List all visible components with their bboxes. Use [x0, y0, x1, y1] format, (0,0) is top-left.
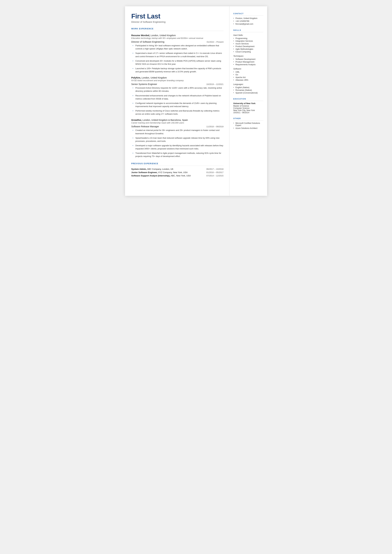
job-2-bullet-1: Processed Active Directory requests for … — [133, 86, 224, 93]
hard-skills-list: Programming Integration Services Azure S… — [233, 37, 263, 53]
job-1-bullets: Participated in hiring 30+ lead software… — [131, 44, 224, 73]
skill-azure-services: Azure Services — [233, 42, 263, 45]
job-1-role: Director of Software Engineering — [131, 41, 165, 43]
job-2-bullet-2: Recommended enhancements and changes to … — [133, 94, 224, 100]
edu-school: University of New York — [233, 102, 263, 105]
job-1-bullet-2: Supervised a team of 17+ senior software… — [133, 52, 224, 58]
prev-exp-3-dates: 07/2014 – 12/2015 — [191, 174, 223, 177]
job-2-bullets: Processed Active Directory requests for … — [131, 86, 224, 116]
language-english: English (Native) — [233, 86, 263, 89]
name-section: First Last Director of Software Engineer… — [131, 13, 224, 23]
other-item-1: Microsoft Certified Solutions Expert — [233, 122, 263, 127]
contact-list: Preston, United Kingdom +44 123456789 fi… — [233, 17, 263, 25]
job-2-bullet-3: Configured network topologies to accommo… — [133, 102, 224, 108]
job-3-bullet-3: Developed a major software upgrade by id… — [133, 144, 224, 150]
software-list: UML Go Apache Ant Atlassian JIRA — [233, 70, 263, 81]
job-3-title-row: Software Release Manager 11/2018 – 09/20… — [131, 125, 224, 128]
skill-cloud-computing: Cloud Computing — [233, 50, 263, 53]
prev-exp-row-3: Software Support Analyst (Internship), A… — [131, 174, 224, 177]
job-1-company: Resume Worded, London, United Kingdom — [131, 34, 224, 37]
job-3-role: Software Release Manager — [131, 125, 159, 128]
job-3-company: Growthsi, London, United Kingdom & Barce… — [131, 119, 224, 121]
edu-field: Computer Science — [233, 107, 263, 109]
prev-exp-2-role: Junior Software Engineer, XYZ Company, N… — [131, 171, 191, 174]
software-go: Go — [233, 73, 263, 76]
skill-product-development: Product Development — [233, 45, 263, 48]
job-3-bullet-4: Transitioned from Waterfall to Agile pro… — [133, 152, 224, 158]
job-3-bullet-2: Spearheaded a 10-man team that reduced s… — [133, 136, 224, 143]
prev-exp-row-2: Junior Software Engineer, XYZ Company, N… — [131, 171, 224, 174]
language-spanish: Spanish (Conversational) — [233, 91, 263, 94]
hard-skills-label: Hard Skills: — [233, 34, 263, 36]
prev-exp-1-dates: 06/2017 – 10/2018 — [191, 167, 223, 171]
language-romanian: Romanian (Native) — [233, 89, 263, 91]
candidate-name: First Last — [131, 13, 224, 20]
job-3-dates: 11/2018 – 09/2019 — [206, 125, 223, 128]
technique-requirements: Requirements Analysis — [233, 63, 263, 66]
other-heading: OTHER — [233, 118, 263, 120]
other-item-2: Azure Solutions Architect — [233, 127, 263, 130]
job-1-bullet-1: Participated in hiring 30+ lead software… — [133, 44, 224, 50]
languages-list: English (Native) Romanian (Native) Spani… — [233, 86, 263, 94]
techniques-label: Techniques: — [233, 55, 263, 57]
contact-email: first.last@gmail.com — [233, 23, 263, 25]
software-label: Software: — [233, 68, 263, 70]
job-1-title-row: Director of Software Engineering 01/2022… — [131, 41, 224, 43]
job-1-desc: Education technology startup with 50+ em… — [131, 37, 224, 39]
previous-experience-heading: PREVIOUS EXPERIENCE — [131, 162, 224, 166]
job-2-role: Senior Systems Engineer — [131, 83, 157, 85]
job-2-bullet-4: Performed weekly monitoring of Cisco swi… — [133, 109, 224, 116]
job-1-dates: 01/2022 – Present — [207, 41, 223, 43]
job-3: Growthsi, London, United Kingdom & Barce… — [131, 119, 224, 158]
skill-integration-services: Integration Services — [233, 40, 263, 42]
contact-phone: +44 123456789 — [233, 20, 263, 23]
job-1-company-name: Resume Worded, — [131, 34, 150, 37]
skills-heading: SKILLS — [233, 29, 263, 32]
techniques-list: Software Development Product Management … — [233, 58, 263, 66]
software-uml: UML — [233, 70, 263, 73]
skill-agile-methodologies: Agile Methodologies — [233, 48, 263, 50]
job-2: Polyhire, London, United Kingdom NYSE-li… — [131, 77, 224, 116]
previous-experience-table: System Admin, ABC Company, London, UK 06… — [131, 167, 224, 177]
prev-exp-2-dates: 01/2016 – 05/2017 — [191, 171, 223, 174]
contact-heading: CONTACT — [233, 13, 263, 16]
languages-label: Languages: — [233, 83, 263, 85]
job-2-company-name: Polyhire, — [131, 77, 141, 79]
resume-container: First Last Director of Software Engineer… — [125, 6, 267, 196]
software-apache-ant: Apache Ant — [233, 76, 263, 79]
job-2-location: London, United Kingdom — [141, 77, 167, 79]
job-2-desc: NYSE-listed recruitment and employer bra… — [131, 79, 224, 82]
job-1-bullet-3: Conceived and developed 20+ modules for … — [133, 59, 224, 66]
work-experience-heading: WORK EXPERIENCE — [131, 28, 224, 31]
right-column: CONTACT Preston, United Kingdom +44 1234… — [229, 6, 267, 196]
technique-product-mgmt: Product Management — [233, 61, 263, 63]
job-3-location: London, United Kingdom & Barcelona, Spai… — [142, 119, 188, 121]
job-2-title-row: Senior Systems Engineer 10/2019 – 12/202… — [131, 83, 224, 85]
job-3-company-name: Growthsi, — [131, 119, 142, 121]
contact-address: Preston, United Kingdom — [233, 17, 263, 20]
job-3-bullets: Created an internal portal for 30+ engin… — [131, 129, 224, 158]
skill-programming: Programming — [233, 37, 263, 40]
edu-dates: 10/2011 - 06/2014 — [233, 112, 263, 114]
other-list: Microsoft Certified Solutions Expert Azu… — [233, 122, 263, 130]
job-3-desc: Career training and membership SaaS with… — [131, 122, 224, 124]
edu-degree: Master of Science — [233, 105, 263, 107]
software-atlassian-jira: Atlassian JIRA — [233, 79, 263, 81]
prev-exp-3-role: Software Support Analyst (Internship), A… — [131, 174, 191, 177]
prev-exp-row-1: System Admin, ABC Company, London, UK 06… — [131, 167, 224, 171]
education-heading: EDUCATION — [233, 98, 263, 101]
job-1: Resume Worded, London, United Kingdom Ed… — [131, 34, 224, 73]
candidate-title: Director of Software Engineering — [131, 21, 224, 23]
job-1-location: London, United Kingdom — [150, 34, 176, 37]
technique-software-dev: Software Development — [233, 58, 263, 61]
job-1-bullet-4: Launched a 100+ Petabyte backup storage … — [133, 67, 224, 73]
job-2-dates: 10/2019 – 12/2021 — [206, 83, 223, 85]
job-2-company: Polyhire, London, United Kingdom — [131, 77, 224, 79]
edu-location: New York City, New York — [233, 109, 263, 112]
left-column: First Last Director of Software Engineer… — [125, 6, 229, 196]
prev-exp-1-role: System Admin, ABC Company, London, UK — [131, 167, 191, 171]
job-3-bullet-1: Created an internal portal for 30+ engin… — [133, 129, 224, 135]
